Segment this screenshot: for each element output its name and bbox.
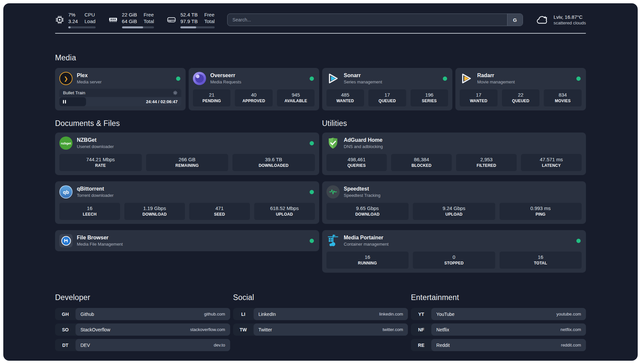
app-subtitle: Media server xyxy=(77,79,172,85)
disk-total-label: Total xyxy=(204,18,215,25)
app-subtitle: Movie management xyxy=(477,79,572,85)
stat-rate: 744.21 Mbps RATE xyxy=(59,154,142,171)
disk-progress-fill xyxy=(180,26,196,28)
cpu-stats: 7% 3.24 CPU Load xyxy=(68,12,96,28)
bookmark-url: github.com xyxy=(204,312,225,317)
now-playing-title: Bullet Train xyxy=(63,90,85,95)
app-card-filebrowser[interactable]: File Browser Media File Management xyxy=(55,230,319,251)
stat-remaining: 266 GB REMAINING xyxy=(146,154,229,171)
bookmark-name: Twitter xyxy=(259,327,272,332)
status-dot xyxy=(310,141,314,145)
bookmark-pill: Netflix netflix.com xyxy=(431,323,586,336)
bookmark-pill: Github github.com xyxy=(76,308,230,320)
cloud-icon xyxy=(535,15,549,25)
qbittorrent-icon-label: qb xyxy=(63,189,69,195)
stat-latency: 47.571 ms LATENCY xyxy=(521,154,582,171)
stat-ping: 0.993 ms PING xyxy=(500,203,582,220)
bookmark-name: LinkedIn xyxy=(259,312,276,317)
bookmark-pill: DEV dev.to xyxy=(76,339,230,351)
stat-seed: 471 SEED xyxy=(189,203,250,220)
disk-progress-track xyxy=(180,26,215,28)
search-input[interactable] xyxy=(228,14,507,26)
overseerr-icon xyxy=(193,72,206,85)
nzbget-stats: 744.21 Mbps RATE 266 GB REMAINING 39.6 T… xyxy=(59,154,315,171)
top-bar: 7% 3.24 CPU Load xyxy=(55,12,586,27)
app-card-sonarr[interactable]: Sonarr Series management 485 WANTED 17 Q… xyxy=(322,68,453,110)
app-card-radarr[interactable]: Radarr Movie management 17 WANTED 22 QUE… xyxy=(455,68,586,110)
app-card-qbittorrent[interactable]: qb qBittorrent Torrent downloader 16 LEE… xyxy=(55,181,319,224)
filebrowser-inner-circle xyxy=(61,236,71,246)
stat-download: 1.19 Gbps DOWNLOAD xyxy=(124,203,185,220)
bookmarks-developer: Developer GH Github github.com SO StackO… xyxy=(55,293,230,354)
stat-upload: 9.24 Gbps UPLOAD xyxy=(413,203,495,220)
bookmark-github[interactable]: GH Github github.com xyxy=(55,308,230,320)
app-header-overseerr: Overseerr Media Requests xyxy=(193,72,315,85)
stat-queries: 498,461 QUERIES xyxy=(326,154,387,171)
stat-movies: 834 MOVIES xyxy=(544,89,582,106)
filebrowser-icon xyxy=(59,234,73,247)
bookmark-url: stackoverflow.com xyxy=(190,327,225,332)
bookmark-dev[interactable]: DT DEV dev.to xyxy=(55,339,230,351)
disk-total-value: 97.9 TB xyxy=(180,18,198,25)
status-dot xyxy=(576,76,581,81)
bookmark-pill: StackOverflow stackoverflow.com xyxy=(76,323,230,336)
bookmark-name: Reddit xyxy=(436,343,449,348)
bookmark-youtube[interactable]: YT YouTube youtube.com xyxy=(411,308,586,320)
stat-series: 196 SERIES xyxy=(411,89,448,106)
disk-widget: 52.4 TB 97.9 TB Free Total xyxy=(167,12,215,28)
bookmark-linkedin[interactable]: LI LinkedIn linkedin.com xyxy=(233,308,408,320)
now-playing-row: Bullet Train xyxy=(59,89,181,97)
app-card-overseerr[interactable]: Overseerr Media Requests 21 PENDING 40 A… xyxy=(189,68,319,110)
ram-progress-fill xyxy=(122,26,143,28)
app-card-adguard[interactable]: AdGuard Home DNS and adblocking 498,461 … xyxy=(322,133,586,175)
app-header-portainer: Media Portainer Container management xyxy=(326,234,582,247)
weather-widget: Lviv, 16.87°C scattered clouds xyxy=(535,14,586,26)
radarr-meta: Radarr Movie management xyxy=(477,72,572,85)
radarr-icon xyxy=(460,72,473,85)
app-name: NZBGet xyxy=(77,137,305,143)
bookmark-netflix[interactable]: NF Netflix netflix.com xyxy=(411,323,586,336)
app-name: Overseerr xyxy=(210,72,305,79)
stat-download: 9.65 Gbps DOWNLOAD xyxy=(326,203,409,220)
bookmark-name: DEV xyxy=(80,343,90,348)
bookmark-pill: LinkedIn linkedin.com xyxy=(254,308,408,320)
app-card-speedtest[interactable]: Speedtest Speedtest Tracking 9.65 Gbps D… xyxy=(322,181,586,224)
ram-free-value: 22 GiB xyxy=(122,12,137,18)
bookmark-abbr: TW xyxy=(233,323,254,336)
app-card-plex[interactable]: ❯ Plex Media server Bullet Train xyxy=(55,68,186,110)
bookmark-url: netflix.com xyxy=(561,327,581,332)
app-card-portainer[interactable]: Media Portainer Container management 16 … xyxy=(322,230,586,273)
stat-wanted: 485 WANTED xyxy=(326,89,364,106)
playback-time: 24:44 / 02:06:47 xyxy=(146,97,178,106)
adguard-meta: AdGuard Home DNS and adblocking xyxy=(344,137,582,149)
bookmark-reddit[interactable]: RE Reddit reddit.com xyxy=(411,339,586,351)
app-name: Radarr xyxy=(477,72,572,79)
app-header-radarr: Radarr Movie management xyxy=(460,72,582,85)
playback-elapsed xyxy=(59,97,86,106)
app-card-nzbget[interactable]: nzbget NZBGet Usenet downloader 744.21 M… xyxy=(55,133,319,175)
bookmark-abbr: NF xyxy=(411,323,431,336)
bookmark-abbr: DT xyxy=(55,339,76,351)
bookmark-pill: Reddit reddit.com xyxy=(431,339,586,351)
pause-icon[interactable] xyxy=(63,100,66,104)
ram-widget: 22 GiB 64 GiB Free Total xyxy=(108,12,154,28)
portainer-stats: 16 RUNNING 0 STOPPED 16 TOTAL xyxy=(326,252,582,269)
bookmark-twitter[interactable]: TW Twitter twitter.com xyxy=(233,323,408,336)
session-settings-icon[interactable] xyxy=(173,90,178,95)
app-subtitle: Series management xyxy=(344,79,439,85)
portainer-icon xyxy=(326,234,340,247)
documents-column: Documents & Files nzbget NZBGet Usenet d… xyxy=(55,119,319,273)
adguard-stats: 498,461 QUERIES 86,384 BLOCKED 2,953 FIL… xyxy=(326,154,582,171)
bookmark-abbr: RE xyxy=(411,339,431,351)
speedtest-stats: 9.65 Gbps DOWNLOAD 9.24 Gbps UPLOAD 0.99… xyxy=(326,203,582,220)
bookmark-url: reddit.com xyxy=(561,343,581,348)
middle-columns: Documents & Files nzbget NZBGet Usenet d… xyxy=(55,119,586,273)
bookmark-stackoverflow[interactable]: SO StackOverflow stackoverflow.com xyxy=(55,323,230,336)
bookmark-url: twitter.com xyxy=(382,327,403,332)
load-label: Load xyxy=(84,18,95,25)
app-header-qbittorrent: qb qBittorrent Torrent downloader xyxy=(59,185,315,198)
search-provider-button[interactable]: G xyxy=(507,14,523,26)
app-header-nzbget: nzbget NZBGet Usenet downloader xyxy=(59,136,315,150)
app-header-filebrowser: File Browser Media File Management xyxy=(59,234,315,247)
bookmark-pill: Twitter twitter.com xyxy=(254,323,408,336)
